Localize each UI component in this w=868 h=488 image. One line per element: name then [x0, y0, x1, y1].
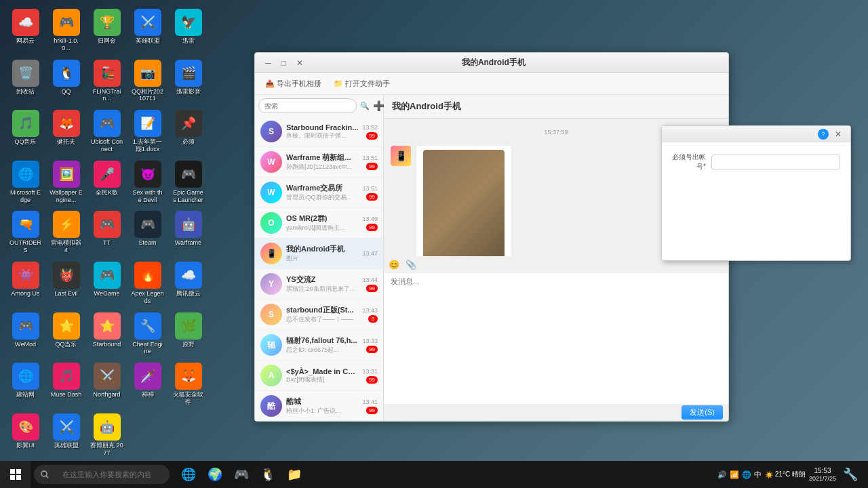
icon-leimo4[interactable]: ⚡ 雷电模拟器4 — [47, 209, 85, 256]
window-minimize-btn[interactable]: ─ — [262, 58, 275, 68]
icon-guiwangjin-img: 🏆 — [94, 9, 121, 36]
icon-yxbz2[interactable]: ⚔️ 英雄联盟 — [47, 411, 85, 459]
icon-steam[interactable]: 🎮 Steam — [129, 209, 166, 256]
icon-qq-label: QQ — [61, 88, 71, 96]
send-button[interactable]: 发送(S) — [682, 405, 723, 420]
icon-cheat-engine[interactable]: 🔧 Cheat Engine — [129, 310, 166, 358]
icon-arrow[interactable]: 🦅 迅雷 — [170, 7, 207, 54]
open-files-btn[interactable]: 📁 打开文件助手 — [330, 77, 393, 90]
message-header: 我的Android手机 — [384, 95, 728, 119]
icon-sexdevil[interactable]: 😈 Sex with the Devil — [129, 159, 166, 206]
icon-shenshen[interactable]: 🗡️ 神神 — [129, 361, 166, 408]
icon-jiantuofu[interactable]: 🦊 健托夫 — [47, 108, 85, 155]
input-method-icon[interactable]: 中 — [754, 470, 762, 480]
icon-warframe[interactable]: 🤖 Warframe — [170, 209, 207, 256]
open-files-label: 打开文件助手 — [345, 79, 390, 89]
icon-outriders[interactable]: 🔫 OUTRIDERS — [7, 209, 44, 256]
icon-guiwangjin[interactable]: 🏆 归网金 — [88, 7, 125, 54]
icon-ubisoft[interactable]: 🎮 Ubisoft Connect — [88, 108, 125, 155]
icon-yxbz[interactable]: ⚔️ 英雄联盟 — [129, 7, 166, 54]
icon-docx[interactable]: 📝 1.去年第一期1.docx — [129, 108, 166, 155]
icon-jianzhan[interactable]: 🌐 建站网 — [7, 361, 44, 408]
taskbar-edge[interactable]: 🌐 — [176, 462, 201, 487]
icon-wangyi[interactable]: ☁️ 网易云 — [7, 7, 44, 54]
account-input[interactable] — [711, 155, 840, 169]
chat-item-6[interactable]: Y YS交流Z 黑猫注:20条新消息来了... 13:44 99 — [255, 269, 383, 300]
chat-item-3[interactable]: W Warframe交易所 管理员:QQ群你的交易... 13:51 99 — [255, 178, 383, 208]
icon-recycle[interactable]: 🗑️ 回收站 — [7, 58, 44, 105]
start-button[interactable] — [0, 461, 31, 488]
chat-item-4[interactable]: O OS MR(2群) yamikro说[闻道狗主... 13:49 99 — [255, 208, 383, 239]
chat-item-5[interactable]: 📱 我的Android手机 图片 13:47 — [255, 239, 383, 269]
icon-qqphoto[interactable]: 📷 QQ相片20210711 — [129, 58, 166, 105]
icon-epicgames[interactable]: 🎮 Epic Games Launcher — [170, 159, 207, 206]
taskbar-chrome[interactable]: 🌍 — [203, 462, 227, 487]
taskbar-explorer[interactable]: 📁 — [282, 462, 307, 487]
small-window: ? ✕ 必须号出帐号* — [661, 125, 851, 261]
icon-flingtrain[interactable]: 🚂 FLINGTrain... — [88, 58, 125, 105]
icon-huohu[interactable]: 🦊 火狐安全软件 — [170, 361, 207, 408]
chat-name-10: 酷城 — [286, 396, 358, 407]
icon-northgard[interactable]: ⚔️ Northgard — [88, 361, 125, 408]
chat-item-2[interactable]: W Warframe 萌新组... 孙跑路[JD]12123avc#r... 1… — [255, 147, 383, 178]
icon-xlyy[interactable]: 🎬 迅雷影音 — [170, 58, 207, 105]
icon-wangyi-img: ☁️ — [12, 9, 39, 36]
icon-tengxunwei[interactable]: ☁️ 腾讯微云 — [170, 260, 207, 307]
icon-starboundx[interactable]: ⭐ Starbound — [88, 310, 125, 358]
icon-yuanye[interactable]: 🌿 原野 — [170, 310, 207, 358]
window-close-btn[interactable]: ✕ — [293, 58, 307, 68]
icon-jianzhan-img: 🌐 — [12, 363, 39, 390]
taskbar-steam[interactable]: 🎮 — [229, 462, 254, 487]
taskbar-extra-icon[interactable]: 🔧 — [840, 464, 861, 485]
icon-cyberpunk[interactable]: 🤖 赛博朋克 2077 — [88, 411, 125, 459]
chat-item-8[interactable]: 辐 辐射76,fallout 76,h... 忍之ID: cx6675起... … — [255, 330, 383, 361]
help-icon[interactable]: ? — [818, 129, 829, 140]
chat-meta-10: 13:41 99 — [362, 399, 378, 414]
icon-hrkili-label: hrkili-1.0.0... — [50, 37, 83, 52]
chat-item-1[interactable]: S Starbound Frackin... 兽棱。限时双倍子弹... 13:5… — [255, 117, 383, 147]
file-icon[interactable]: 📎 — [404, 258, 418, 271]
taskbar-search-bar[interactable] — [34, 465, 170, 484]
emoji-icon[interactable]: 😊 — [387, 258, 401, 271]
icon-cheat-engine-label: Cheat Engine — [131, 341, 164, 356]
icon-musedash[interactable]: 🎵 Muse Dash — [47, 361, 85, 408]
account-label: 必须号出帐号* — [672, 152, 706, 171]
icon-tt[interactable]: 🎮 TT — [88, 209, 125, 256]
icon-quanminkge-label: 全民K歌 — [96, 189, 118, 197]
icon-yingyi[interactable]: 🎨 影翼UI — [7, 411, 44, 459]
chat-item-9[interactable]: A <$yÀ>_Made in Chin... Dxc[闭嘴表情] 13:31 … — [255, 361, 383, 391]
window-maximize-btn[interactable]: □ — [278, 58, 290, 68]
icon-qqmusic[interactable]: 🎵 QQ音乐 — [7, 108, 44, 155]
icon-wemod[interactable]: 🎮 WeMod — [7, 310, 44, 358]
chat-item-10[interactable]: 酷 酷城 粉丝小小1: 广告说... 13:41 99 — [255, 391, 383, 421]
icon-wegame[interactable]: 🎮 WeGame — [88, 260, 125, 307]
icon-qq[interactable]: 🐧 QQ — [47, 58, 85, 105]
chat-meta-2: 13:51 99 — [362, 155, 378, 170]
icon-starboundx-img: ⭐ — [94, 312, 121, 340]
icon-wallpaper-engine[interactable]: 🖼️ Wallpaper Engine... — [47, 159, 85, 206]
chat-item-7[interactable]: S starbound正版(St... 忍不住发布了——！—— 13:43 8 — [255, 300, 383, 330]
taskbar-qq[interactable]: 🐧 — [256, 462, 280, 487]
icon-qqstar[interactable]: ⭐ QQ当乐 — [47, 310, 85, 358]
active-chat-title: 我的Android手机 — [392, 100, 461, 113]
icon-qq-img: 🐧 — [53, 60, 80, 87]
icon-yxbz2-img: ⚔️ — [53, 413, 80, 441]
icon-quanminkge[interactable]: 🎤 全民K歌 — [88, 159, 125, 206]
chat-info-10: 酷城 粉丝小小1: 广告说... — [286, 396, 358, 415]
icon-biyao[interactable]: 📌 必须 — [170, 108, 207, 155]
icon-edge[interactable]: 🌐 Microsoft Edge — [7, 159, 44, 206]
message-input[interactable] — [384, 273, 728, 404]
small-win-close-btn[interactable]: ✕ — [831, 129, 845, 140]
icon-hrkili[interactable]: 🎮 hrkili-1.0.0... — [47, 7, 85, 54]
icon-last-evil[interactable]: 👹 Last Evil — [47, 260, 85, 307]
chat-name-3: Warframe交易所 — [286, 183, 358, 193]
battery-icon[interactable]: 🌐 — [742, 470, 751, 479]
export-photos-btn[interactable]: 📤 导出手机相册 — [262, 77, 325, 90]
volume-icon[interactable]: 📶 — [730, 470, 739, 479]
network-icon[interactable]: 🔊 — [717, 470, 727, 479]
taskbar-search-input[interactable] — [56, 465, 157, 484]
add-chat-icon[interactable]: ➕ — [373, 100, 384, 111]
chat-search-input[interactable] — [258, 98, 357, 113]
icon-apex[interactable]: 🔥 Apex Legends — [129, 260, 166, 307]
icon-among-us[interactable]: 👾 Among Us — [7, 260, 44, 307]
